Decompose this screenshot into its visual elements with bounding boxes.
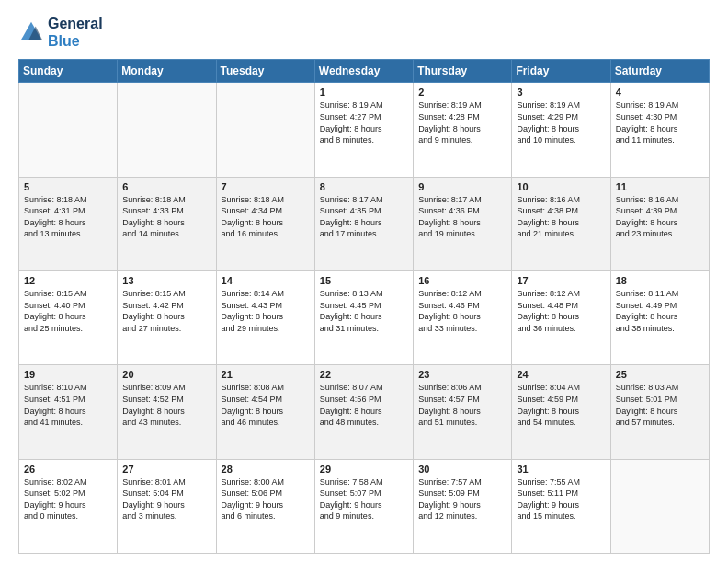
calendar-cell-w1d4: 9Sunrise: 8:17 AM Sunset: 4:36 PM Daylig…: [414, 177, 512, 270]
day-info: Sunrise: 8:19 AM Sunset: 4:27 PM Dayligh…: [320, 99, 408, 145]
day-number: 25: [616, 369, 704, 380]
weekday-wednesday: Wednesday: [314, 60, 413, 83]
calendar-cell-w3d5: 24Sunrise: 8:04 AM Sunset: 4:59 PM Dayli…: [512, 365, 610, 459]
header: General Blue: [18, 15, 710, 50]
day-info: Sunrise: 8:13 AM Sunset: 4:45 PM Dayligh…: [320, 288, 408, 334]
day-info: Sunrise: 8:11 AM Sunset: 4:49 PM Dayligh…: [616, 288, 704, 334]
calendar-cell-w2d0: 12Sunrise: 8:15 AM Sunset: 4:40 PM Dayli…: [19, 271, 118, 365]
day-info: Sunrise: 8:15 AM Sunset: 4:40 PM Dayligh…: [24, 288, 112, 334]
day-number: 24: [517, 369, 605, 380]
day-number: 3: [517, 86, 605, 98]
calendar-cell-w0d2: [216, 83, 314, 177]
calendar-cell-w2d6: 18Sunrise: 8:11 AM Sunset: 4:49 PM Dayli…: [610, 271, 709, 365]
day-number: 27: [122, 464, 210, 475]
calendar-cell-w4d1: 27Sunrise: 8:01 AM Sunset: 5:04 PM Dayli…: [118, 459, 216, 553]
calendar-week-3: 19Sunrise: 8:10 AM Sunset: 4:51 PM Dayli…: [19, 365, 710, 459]
day-info: Sunrise: 7:55 AM Sunset: 5:11 PM Dayligh…: [517, 477, 605, 523]
day-number: 31: [517, 464, 605, 475]
day-number: 16: [418, 275, 506, 286]
calendar-cell-w2d3: 15Sunrise: 8:13 AM Sunset: 4:45 PM Dayli…: [314, 271, 413, 365]
calendar-cell-w0d4: 2Sunrise: 8:19 AM Sunset: 4:28 PM Daylig…: [414, 83, 512, 177]
calendar-week-2: 12Sunrise: 8:15 AM Sunset: 4:40 PM Dayli…: [19, 271, 710, 365]
weekday-saturday: Saturday: [610, 60, 709, 83]
day-info: Sunrise: 8:17 AM Sunset: 4:36 PM Dayligh…: [418, 194, 506, 240]
day-number: 1: [320, 86, 408, 98]
calendar-cell-w2d2: 14Sunrise: 8:14 AM Sunset: 4:43 PM Dayli…: [216, 271, 314, 365]
day-info: Sunrise: 8:17 AM Sunset: 4:35 PM Dayligh…: [320, 194, 408, 240]
day-info: Sunrise: 8:12 AM Sunset: 4:46 PM Dayligh…: [418, 288, 506, 334]
weekday-tuesday: Tuesday: [216, 60, 314, 83]
day-info: Sunrise: 8:09 AM Sunset: 4:52 PM Dayligh…: [122, 382, 210, 428]
day-info: Sunrise: 8:12 AM Sunset: 4:48 PM Dayligh…: [517, 288, 605, 334]
calendar-cell-w0d0: [19, 83, 118, 177]
day-info: Sunrise: 8:07 AM Sunset: 4:56 PM Dayligh…: [320, 382, 408, 428]
calendar-cell-w1d0: 5Sunrise: 8:18 AM Sunset: 4:31 PM Daylig…: [19, 177, 118, 270]
calendar-cell-w3d0: 19Sunrise: 8:10 AM Sunset: 4:51 PM Dayli…: [19, 365, 118, 459]
calendar-cell-w3d4: 23Sunrise: 8:06 AM Sunset: 4:57 PM Dayli…: [414, 365, 512, 459]
day-info: Sunrise: 8:19 AM Sunset: 4:30 PM Dayligh…: [616, 99, 704, 145]
calendar-cell-w4d6: [610, 459, 709, 553]
logo-icon: [18, 19, 44, 45]
day-number: 21: [222, 369, 310, 380]
calendar-table: SundayMondayTuesdayWednesdayThursdayFrid…: [18, 59, 710, 554]
day-info: Sunrise: 8:18 AM Sunset: 4:31 PM Dayligh…: [24, 194, 112, 240]
day-info: Sunrise: 8:19 AM Sunset: 4:29 PM Dayligh…: [517, 99, 605, 145]
day-number: 22: [320, 369, 408, 380]
calendar-cell-w2d5: 17Sunrise: 8:12 AM Sunset: 4:48 PM Dayli…: [512, 271, 610, 365]
day-info: Sunrise: 8:18 AM Sunset: 4:34 PM Dayligh…: [222, 194, 310, 240]
calendar-cell-w2d4: 16Sunrise: 8:12 AM Sunset: 4:46 PM Dayli…: [414, 271, 512, 365]
calendar-cell-w0d1: [118, 83, 216, 177]
day-number: 20: [122, 369, 210, 380]
day-number: 30: [418, 464, 506, 475]
day-info: Sunrise: 8:19 AM Sunset: 4:28 PM Dayligh…: [418, 99, 506, 145]
calendar-cell-w1d2: 7Sunrise: 8:18 AM Sunset: 4:34 PM Daylig…: [216, 177, 314, 270]
calendar-cell-w4d0: 26Sunrise: 8:02 AM Sunset: 5:02 PM Dayli…: [19, 459, 118, 553]
day-number: 9: [418, 181, 506, 192]
day-number: 23: [418, 369, 506, 380]
calendar-cell-w1d1: 6Sunrise: 8:18 AM Sunset: 4:33 PM Daylig…: [118, 177, 216, 270]
day-number: 5: [24, 181, 112, 192]
page: General Blue SundayMondayTuesdayWednesda…: [0, 0, 728, 563]
calendar-cell-w3d2: 21Sunrise: 8:08 AM Sunset: 4:54 PM Dayli…: [216, 365, 314, 459]
day-number: 10: [517, 181, 605, 192]
day-number: 15: [320, 275, 408, 286]
calendar-cell-w0d6: 4Sunrise: 8:19 AM Sunset: 4:30 PM Daylig…: [610, 83, 709, 177]
calendar-cell-w3d3: 22Sunrise: 8:07 AM Sunset: 4:56 PM Dayli…: [314, 365, 413, 459]
calendar-cell-w0d3: 1Sunrise: 8:19 AM Sunset: 4:27 PM Daylig…: [314, 83, 413, 177]
day-info: Sunrise: 8:02 AM Sunset: 5:02 PM Dayligh…: [24, 477, 112, 523]
day-info: Sunrise: 8:00 AM Sunset: 5:06 PM Dayligh…: [222, 477, 310, 523]
calendar-week-1: 5Sunrise: 8:18 AM Sunset: 4:31 PM Daylig…: [19, 177, 710, 270]
calendar-week-4: 26Sunrise: 8:02 AM Sunset: 5:02 PM Dayli…: [19, 459, 710, 553]
weekday-sunday: Sunday: [19, 60, 118, 83]
calendar-cell-w1d5: 10Sunrise: 8:16 AM Sunset: 4:38 PM Dayli…: [512, 177, 610, 270]
day-info: Sunrise: 8:10 AM Sunset: 4:51 PM Dayligh…: [24, 382, 112, 428]
day-info: Sunrise: 8:01 AM Sunset: 5:04 PM Dayligh…: [122, 477, 210, 523]
day-info: Sunrise: 8:18 AM Sunset: 4:33 PM Dayligh…: [122, 194, 210, 240]
calendar-cell-w1d3: 8Sunrise: 8:17 AM Sunset: 4:35 PM Daylig…: [314, 177, 413, 270]
day-number: 14: [222, 275, 310, 286]
day-info: Sunrise: 8:16 AM Sunset: 4:39 PM Dayligh…: [616, 194, 704, 240]
day-info: Sunrise: 8:06 AM Sunset: 4:57 PM Dayligh…: [418, 382, 506, 428]
calendar-cell-w0d5: 3Sunrise: 8:19 AM Sunset: 4:29 PM Daylig…: [512, 83, 610, 177]
calendar-week-0: 1Sunrise: 8:19 AM Sunset: 4:27 PM Daylig…: [19, 83, 710, 177]
logo: General Blue: [18, 15, 103, 50]
calendar-cell-w2d1: 13Sunrise: 8:15 AM Sunset: 4:42 PM Dayli…: [118, 271, 216, 365]
day-info: Sunrise: 7:57 AM Sunset: 5:09 PM Dayligh…: [418, 477, 506, 523]
day-info: Sunrise: 8:16 AM Sunset: 4:38 PM Dayligh…: [517, 194, 605, 240]
calendar-cell-w4d2: 28Sunrise: 8:00 AM Sunset: 5:06 PM Dayli…: [216, 459, 314, 553]
day-number: 12: [24, 275, 112, 286]
day-number: 26: [24, 464, 112, 475]
day-number: 28: [222, 464, 310, 475]
weekday-monday: Monday: [118, 60, 216, 83]
day-info: Sunrise: 8:08 AM Sunset: 4:54 PM Dayligh…: [222, 382, 310, 428]
day-info: Sunrise: 8:15 AM Sunset: 4:42 PM Dayligh…: [122, 288, 210, 334]
calendar-cell-w3d6: 25Sunrise: 8:03 AM Sunset: 5:01 PM Dayli…: [610, 365, 709, 459]
weekday-header-row: SundayMondayTuesdayWednesdayThursdayFrid…: [19, 60, 710, 83]
day-number: 6: [122, 181, 210, 192]
logo-text: General Blue: [48, 15, 103, 50]
calendar-cell-w4d4: 30Sunrise: 7:57 AM Sunset: 5:09 PM Dayli…: [414, 459, 512, 553]
day-number: 19: [24, 369, 112, 380]
calendar-cell-w4d5: 31Sunrise: 7:55 AM Sunset: 5:11 PM Dayli…: [512, 459, 610, 553]
day-info: Sunrise: 8:04 AM Sunset: 4:59 PM Dayligh…: [517, 382, 605, 428]
day-number: 8: [320, 181, 408, 192]
